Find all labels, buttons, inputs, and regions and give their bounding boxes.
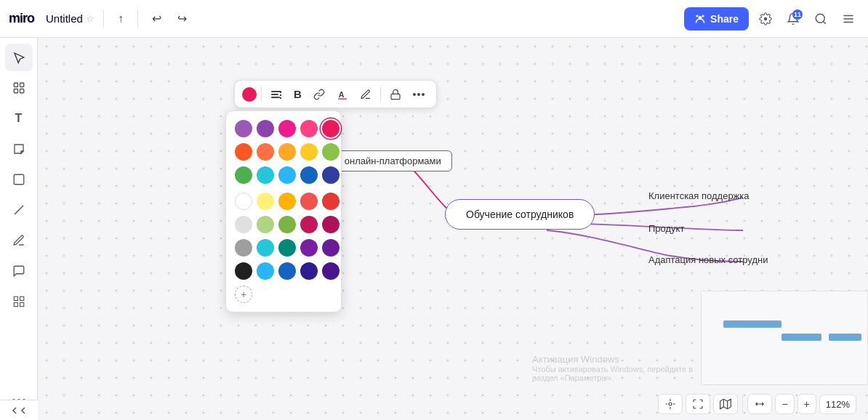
- share-button[interactable]: Share: [684, 7, 749, 31]
- add-color-button[interactable]: +: [235, 286, 252, 303]
- color-swatch[interactable]: [278, 166, 296, 184]
- color-swatch[interactable]: [300, 216, 318, 233]
- svg-text:A: A: [339, 90, 345, 99]
- undo-button[interactable]: ↩: [147, 8, 166, 29]
- bold-label: B: [294, 88, 302, 100]
- zoom-in-button[interactable]: +: [797, 394, 816, 414]
- center-node-text: Обучение сотрудников: [466, 209, 574, 220]
- highlight-button[interactable]: [355, 86, 376, 103]
- color-swatch[interactable]: [257, 239, 274, 257]
- canvas[interactable]: B A: [38, 38, 868, 420]
- add-color-row: +: [235, 286, 332, 303]
- redo-button[interactable]: ↪: [172, 8, 192, 29]
- color-grid-row7: [235, 262, 332, 280]
- star-icon[interactable]: ☆: [86, 13, 95, 24]
- color-swatch[interactable]: [235, 120, 252, 137]
- color-swatch[interactable]: [322, 143, 339, 161]
- color-swatch[interactable]: [278, 239, 296, 257]
- color-swatch[interactable]: [300, 262, 318, 280]
- svg-rect-11: [14, 174, 24, 185]
- svg-line-12: [15, 206, 23, 214]
- color-swatch[interactable]: [322, 262, 339, 280]
- color-swatch[interactable]: [300, 193, 318, 210]
- color-swatch[interactable]: [278, 193, 296, 210]
- menu-button[interactable]: [837, 8, 859, 30]
- center-node[interactable]: Обучение сотрудников: [445, 199, 595, 230]
- right-node-2[interactable]: Продукт: [648, 223, 684, 234]
- zoom-out-button[interactable]: −: [775, 394, 794, 414]
- color-swatch[interactable]: [322, 193, 339, 210]
- svg-rect-28: [391, 94, 400, 99]
- bottombar: − + 112%: [38, 388, 868, 420]
- toolbar-divider1: [261, 86, 262, 102]
- svg-point-1: [702, 15, 704, 17]
- color-swatch[interactable]: [257, 143, 274, 161]
- color-swatch[interactable]: [278, 120, 296, 137]
- color-swatch[interactable]: [235, 166, 252, 184]
- collapse-sidebar-button[interactable]: [0, 400, 38, 420]
- color-swatch[interactable]: [300, 143, 318, 161]
- link-button[interactable]: [309, 86, 329, 103]
- line-tool[interactable]: [5, 196, 33, 224]
- color-swatch-selected[interactable]: [322, 120, 339, 137]
- line-icon: [12, 203, 25, 217]
- align-button[interactable]: [266, 86, 286, 103]
- settings-button[interactable]: [755, 8, 776, 30]
- map-icon: [720, 398, 731, 410]
- color-grid-row2: [235, 143, 332, 161]
- svg-rect-5: [843, 18, 853, 20]
- color-swatch[interactable]: [257, 193, 274, 210]
- lock-button[interactable]: [385, 86, 406, 103]
- color-swatch[interactable]: [257, 166, 274, 184]
- svg-rect-6: [843, 21, 853, 23]
- color-swatch[interactable]: [278, 262, 296, 280]
- divider2: [137, 10, 138, 28]
- frames-tool[interactable]: [5, 74, 33, 102]
- color-swatch[interactable]: [235, 239, 252, 257]
- color-swatch[interactable]: [257, 120, 274, 137]
- minimap[interactable]: [701, 291, 868, 385]
- color-grid-row6: [235, 239, 332, 257]
- comment-tool[interactable]: [5, 257, 33, 285]
- more-options-button[interactable]: [409, 90, 429, 99]
- bold-button[interactable]: B: [289, 85, 306, 103]
- text-tool[interactable]: T: [5, 105, 33, 132]
- color-swatch[interactable]: [322, 166, 339, 184]
- color-swatch[interactable]: [300, 239, 318, 257]
- fit-width-button[interactable]: [747, 394, 772, 414]
- color-swatch[interactable]: [322, 216, 339, 233]
- color-swatch[interactable]: [278, 216, 296, 233]
- zoom-level: 112%: [819, 395, 856, 414]
- color-swatch[interactable]: [322, 239, 339, 257]
- fit-to-screen-button[interactable]: [658, 394, 683, 414]
- grid-tool[interactable]: [5, 288, 33, 315]
- fullscreen-button[interactable]: [686, 394, 710, 414]
- pen-tool[interactable]: [5, 227, 33, 254]
- comment-icon: [12, 264, 25, 278]
- color-swatch[interactable]: [257, 262, 274, 280]
- color-swatch[interactable]: [235, 262, 252, 280]
- link-icon: [313, 89, 325, 100]
- color-swatch[interactable]: [300, 120, 318, 137]
- search-button[interactable]: [810, 8, 832, 30]
- map-button[interactable]: [713, 394, 738, 414]
- export-button[interactable]: ↑: [113, 9, 129, 29]
- bell-button[interactable]: 11: [782, 8, 804, 30]
- fit-icon: [664, 398, 676, 410]
- color-swatch[interactable]: [300, 166, 318, 184]
- document-title[interactable]: Untitled ☆: [46, 12, 95, 25]
- shape-tool[interactable]: [5, 166, 33, 193]
- right-node-1[interactable]: Клиентская поддержка: [648, 190, 750, 201]
- color-picker-panel: +: [225, 110, 342, 312]
- color-swatch[interactable]: [235, 216, 252, 233]
- color-swatch[interactable]: [257, 216, 274, 233]
- sticky-tool[interactable]: [5, 135, 33, 163]
- color-swatch[interactable]: [235, 143, 252, 161]
- color-swatch[interactable]: [278, 143, 296, 161]
- color-picker-trigger[interactable]: [242, 87, 257, 102]
- svg-rect-8: [20, 83, 23, 86]
- text-color-button[interactable]: A: [332, 86, 353, 103]
- right-node-3[interactable]: Адаптация новых сотрудни: [648, 254, 768, 265]
- cursor-tool[interactable]: [5, 44, 33, 71]
- color-swatch[interactable]: [235, 193, 252, 210]
